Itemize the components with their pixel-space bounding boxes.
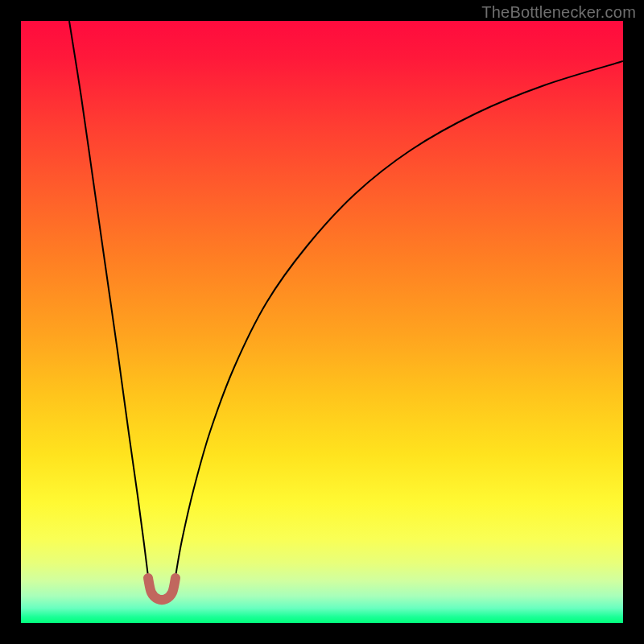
watermark-text: TheBottlenecker.com xyxy=(481,3,636,22)
curve-right-branch xyxy=(175,61,623,576)
curve-trough-marker xyxy=(148,578,175,600)
curve-left-branch xyxy=(69,21,148,576)
plot-area xyxy=(21,21,623,623)
outer-frame: TheBottlenecker.com xyxy=(0,0,644,644)
bottleneck-curve xyxy=(21,21,623,623)
